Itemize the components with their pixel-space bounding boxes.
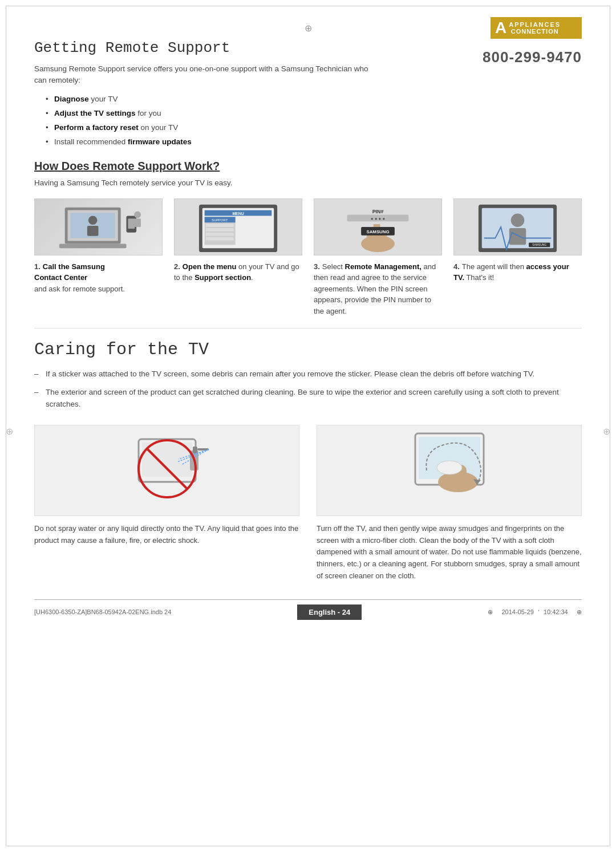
caring-bullet-1: If a sticker was attached to the TV scre… [34,368,582,380]
step4-text: 4.The agent will then access your TV. Th… [453,261,582,283]
svg-text:SAMSUNG: SAMSUNG [366,229,389,234]
step2-item: MENU SUPPORT 2.Open the menu on your TV … [174,198,302,283]
svg-rect-18 [206,228,234,231]
step3-item: PIN# ● ● ● ● SAMSUNG 3.Select Remote Man… [314,198,442,317]
logo-appliances: APPLIANCES [509,21,561,28]
steps-images-row: 1.Call the SamsungContact Centerand ask … [34,198,582,317]
step3-text: 3.Select Remote Management, and then rea… [314,261,442,317]
section2-title: How Does Remote Support Work? [34,160,582,173]
footer-center: English - 24 [297,604,362,620]
svg-rect-4 [87,226,99,236]
svg-rect-20 [206,237,234,240]
step4-image: SAMSUNG [453,198,582,255]
svg-text:MENU: MENU [232,212,244,216]
step1-svg [35,199,162,255]
no-spray-svg [110,428,224,513]
caring-item-1: Do not spray water or any liquid directl… [34,425,299,547]
section-how-it-works: How Does Remote Support Work? Having a S… [34,160,582,317]
caring-title: Caring for the TV [34,340,582,359]
svg-rect-9 [134,218,141,227]
step1-item: 1.Call the SamsungContact Centerand ask … [34,198,163,295]
wipe-svg [392,428,506,513]
svg-text:PIN#: PIN# [372,209,384,214]
caring-image-2 [317,425,582,516]
caring-image-1 [34,425,299,516]
footer-bottom-reg-right: ⊕ [577,608,582,615]
footer-bottom-reg-left: ⊕ [488,608,493,615]
feature-list: Diagnose your TV Adjust the TV settings … [46,94,582,148]
caring-caption-2: Turn off the TV, and then gently wipe aw… [317,523,582,582]
section-caring: Caring for the TV If a sticker was attac… [34,340,582,582]
footer-right: ⊕ 2014-05-29 ＇ 10:42:34 ⊕ [488,608,582,616]
list-item: Perform a factory reset on your TV [46,122,582,133]
phone-number: 800-299-9470 [483,48,582,66]
svg-point-51 [437,461,462,474]
svg-rect-34 [509,228,526,244]
logo-area: A APPLIANCES CONNECTION [491,17,582,39]
step1-image [34,198,163,255]
logo-a-letter: A [495,20,506,36]
svg-rect-17 [206,224,234,227]
svg-text:SUPPORT: SUPPORT [212,218,228,222]
svg-text:● ● ● ●: ● ● ● ● [371,216,386,221]
footer: [UH6300-6350-ZA]BN68-05942A-02ENG.indb 2… [34,599,582,620]
step4-item: SAMSUNG 4.The agent will then access you… [453,198,582,283]
svg-rect-19 [206,232,234,236]
footer-left: [UH6300-6350-ZA]BN68-05942A-02ENG.indb 2… [34,608,171,615]
section2-subtitle: Having a Samsung Tech remotely service y… [34,178,582,187]
svg-point-8 [134,211,141,218]
caring-item-2: Turn off the TV, and then gently wipe aw… [317,425,582,582]
step1-text: 1.Call the SamsungContact Centerand ask … [34,261,163,295]
step2-svg: MENU SUPPORT [175,199,302,255]
section1-intro: Samsung Remote Support service offers yo… [34,63,376,87]
caring-bullet-list: If a sticker was attached to the TV scre… [34,368,582,411]
list-item: Install recommended firmware updates [46,136,582,148]
caring-images-row: Do not spray water or any liquid directl… [34,425,582,582]
step2-text: 2.Open the menu on your TV and go to the… [174,261,302,283]
step3-image: PIN# ● ● ● ● SAMSUNG [314,198,442,255]
svg-rect-40 [193,447,197,453]
logo-connection: CONNECTION [509,28,561,35]
svg-text:SAMSUNG: SAMSUNG [532,244,546,246]
list-item: Adjust the TV settings for you [46,108,582,119]
caring-caption-1: Do not spray water or any liquid directl… [34,523,299,547]
caring-bullet-2: The exterior and screen of the product c… [34,386,582,411]
svg-point-33 [511,213,525,227]
svg-rect-5 [59,244,127,248]
svg-rect-7 [128,218,135,229]
svg-rect-41 [197,448,209,451]
svg-point-3 [88,216,98,225]
step3-svg: PIN# ● ● ● ● SAMSUNG [314,199,441,255]
step2-image: MENU SUPPORT [174,198,302,255]
section-divider [34,328,582,328]
logo-container: A APPLIANCES CONNECTION [491,17,582,39]
step4-svg: SAMSUNG [454,199,581,255]
list-item: Diagnose your TV [46,94,582,105]
